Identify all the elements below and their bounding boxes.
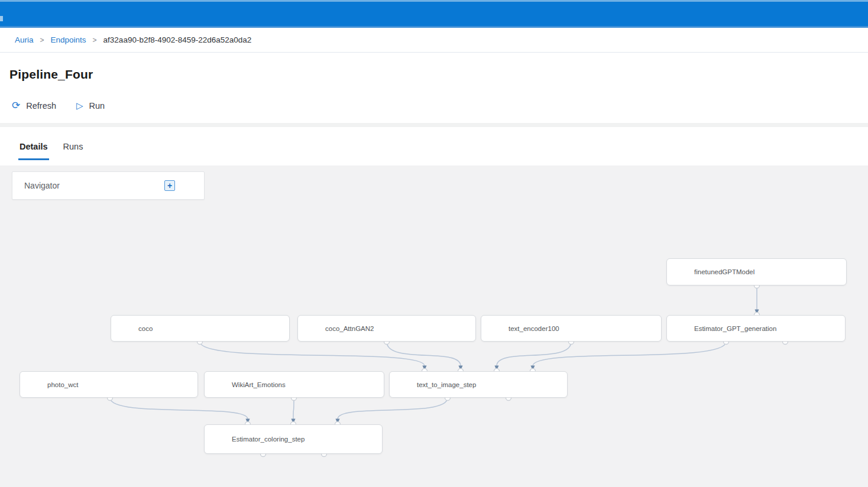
pipeline-node-photo_wct[interactable]: photo_wct bbox=[20, 371, 198, 398]
top-navigation-bar bbox=[0, 0, 868, 28]
pipeline-node-finetunedGPTModel[interactable]: finetunedGPTModel bbox=[666, 258, 847, 285]
breadcrumb-separator-icon: > bbox=[93, 36, 97, 44]
plus-icon: + bbox=[167, 181, 172, 190]
section-divider bbox=[0, 123, 868, 127]
run-button-label: Run bbox=[89, 101, 105, 111]
breadcrumb-current: af32aa90-b2f8-4902-8459-22d6a52a0da2 bbox=[103, 35, 252, 44]
refresh-icon: ⟳ bbox=[12, 100, 20, 111]
navigator-label: Navigator bbox=[24, 181, 60, 190]
command-bar: ⟳ Refresh ▷ Run bbox=[11, 98, 106, 113]
topbar-highlight-strip bbox=[0, 0, 868, 2]
page-title: Pipeline_Four bbox=[9, 67, 93, 82]
tab-details[interactable]: Details bbox=[18, 139, 49, 160]
node-label: finetunedGPTModel bbox=[694, 268, 754, 275]
pipeline-node-Estimator_coloring_step[interactable]: Estimator_coloring_step bbox=[204, 424, 383, 454]
node-label: Estimator_GPT_generation bbox=[694, 325, 776, 332]
breadcrumb-separator-icon: > bbox=[40, 36, 44, 44]
node-label: coco_AttnGAN2 bbox=[325, 325, 374, 332]
pipeline-node-text_to_image_step[interactable]: text_to_image_step bbox=[389, 371, 568, 398]
navigator-panel: Navigator + bbox=[12, 171, 205, 200]
breadcrumb: Auria>Endpoints>af32aa90-b2f8-4902-8459-… bbox=[15, 35, 251, 44]
breadcrumb-link-endpoints[interactable]: Endpoints bbox=[51, 35, 86, 44]
node-label: text_encoder100 bbox=[509, 325, 559, 332]
play-icon: ▷ bbox=[76, 100, 83, 111]
refresh-button-label: Refresh bbox=[26, 101, 56, 111]
node-label: WikiArt_Emotions bbox=[232, 381, 286, 388]
node-label: Estimator_coloring_step bbox=[232, 436, 305, 443]
run-button[interactable]: ▷ Run bbox=[75, 98, 106, 113]
pipeline-node-text_encoder100[interactable]: text_encoder100 bbox=[481, 315, 662, 342]
pipeline-node-WikiArt_Emotions[interactable]: WikiArt_Emotions bbox=[204, 371, 384, 398]
breadcrumb-bar: Auria>Endpoints>af32aa90-b2f8-4902-8459-… bbox=[0, 28, 868, 53]
pipeline-node-Estimator_GPT_generation[interactable]: Estimator_GPT_generation bbox=[666, 315, 846, 342]
pipeline-node-coco[interactable]: coco bbox=[111, 315, 290, 342]
navigator-expand-button[interactable]: + bbox=[164, 180, 175, 191]
node-label: coco bbox=[138, 325, 153, 332]
breadcrumb-link-auria[interactable]: Auria bbox=[15, 35, 34, 44]
refresh-button[interactable]: ⟳ Refresh bbox=[11, 98, 57, 113]
pipeline-node-coco_AttnGAN2[interactable]: coco_AttnGAN2 bbox=[297, 315, 476, 342]
node-label: text_to_image_step bbox=[417, 381, 476, 388]
app-window: Auria>Endpoints>af32aa90-b2f8-4902-8459-… bbox=[0, 0, 868, 487]
topbar-edge-fragment bbox=[0, 16, 3, 21]
tab-list: DetailsRuns bbox=[18, 139, 84, 160]
tab-runs[interactable]: Runs bbox=[62, 139, 85, 160]
node-label: photo_wct bbox=[47, 381, 78, 388]
